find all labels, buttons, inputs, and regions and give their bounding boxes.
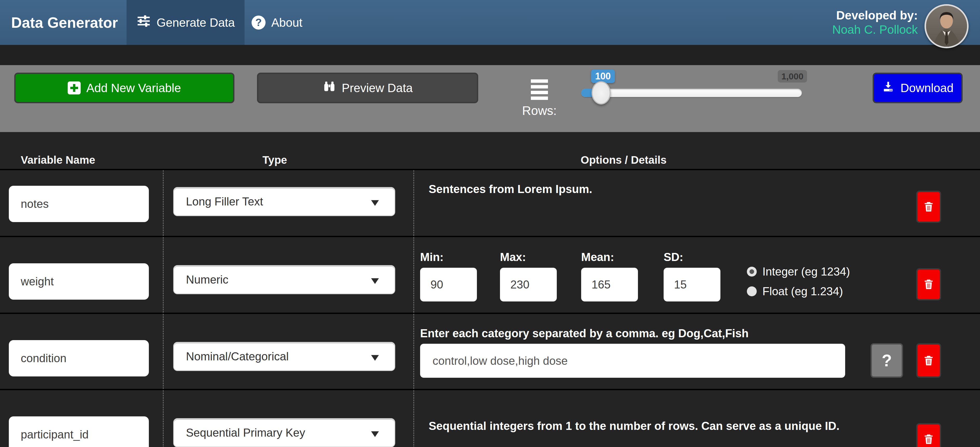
type-select[interactable]: Sequential Primary Key xyxy=(173,418,395,447)
slider-handle[interactable] xyxy=(592,81,611,105)
max-input[interactable]: 230 xyxy=(500,268,557,301)
type-select[interactable]: Numeric xyxy=(173,265,395,294)
radio-integer[interactable]: Integer (eg 1234) xyxy=(747,264,850,279)
variable-name-input[interactable]: notes xyxy=(9,186,149,222)
table-row-participant-id: participant_id Sequential Primary Key Se… xyxy=(0,389,980,447)
type-select-value: Nominal/Categorical xyxy=(186,350,289,363)
type-select[interactable]: Nominal/Categorical xyxy=(173,342,395,371)
slider-track[interactable] xyxy=(581,89,802,97)
add-new-variable-label: Add New Variable xyxy=(86,81,181,95)
rows-slider: 100 1,000 xyxy=(581,65,802,132)
radio-float-label: Float (eg 1.234) xyxy=(762,285,843,298)
mean-input[interactable]: 165 xyxy=(581,268,638,301)
developer-name-link[interactable]: Noah C. Pollock xyxy=(832,22,918,37)
type-select-value: Long Filler Text xyxy=(186,195,263,208)
table-header-row: Variable Name Type Options / Details xyxy=(0,132,980,170)
sliders-icon xyxy=(137,14,151,31)
binoculars-icon xyxy=(323,80,336,96)
delete-variable-button[interactable] xyxy=(916,343,941,378)
help-button[interactable]: ? xyxy=(870,343,903,378)
table-row-notes: notes Long Filler Text Sentences from Lo… xyxy=(0,170,980,236)
radio-selected-icon xyxy=(747,267,757,277)
developer-avatar[interactable] xyxy=(924,4,969,48)
slider-value-badge: 100 xyxy=(591,70,615,83)
variable-name-input[interactable]: condition xyxy=(9,340,149,377)
plus-square-icon xyxy=(68,81,81,94)
preview-data-button[interactable]: Preview Data xyxy=(257,73,478,103)
variable-name-input[interactable]: weight xyxy=(9,263,149,300)
chevron-down-icon xyxy=(371,355,379,361)
navbar: Data Generator Generate Data ? About Dev… xyxy=(0,0,980,45)
column-divider xyxy=(163,390,164,447)
question-circle-icon: ? xyxy=(251,16,266,30)
tab-about-label: About xyxy=(271,16,302,30)
slider-max-badge: 1,000 xyxy=(778,70,807,83)
categories-input[interactable]: control,low dose,high dose xyxy=(420,344,845,378)
sd-input[interactable]: 15 xyxy=(663,268,721,301)
variables-table: Variable Name Type Options / Details not… xyxy=(0,132,980,447)
tab-generate-data-label: Generate Data xyxy=(157,16,235,30)
tab-about[interactable]: ? About xyxy=(245,0,309,45)
type-select[interactable]: Long Filler Text xyxy=(173,187,395,216)
delete-variable-button[interactable] xyxy=(916,191,941,223)
radio-unselected-icon xyxy=(747,286,757,296)
chevron-down-icon xyxy=(371,278,379,284)
column-divider xyxy=(163,237,164,313)
list-rows-icon xyxy=(531,80,548,100)
option-description: Sequential integers from 1 to the number… xyxy=(429,420,840,433)
download-label: Download xyxy=(900,81,953,95)
column-divider xyxy=(414,237,414,313)
table-row-weight: weight Numeric Min: Max: Mean: SD: 90 23… xyxy=(0,236,980,313)
sd-label: SD: xyxy=(663,251,683,264)
min-label: Min: xyxy=(420,251,444,264)
download-icon xyxy=(882,80,895,96)
navbar-spacer xyxy=(309,0,832,45)
mean-label: Mean: xyxy=(581,251,614,264)
data-generator-app: Data Generator Generate Data ? About Dev… xyxy=(0,0,980,447)
radio-integer-label: Integer (eg 1234) xyxy=(762,265,850,278)
table-row-condition: condition Nominal/Categorical Enter each… xyxy=(0,313,980,389)
column-divider xyxy=(414,170,414,236)
type-select-value: Sequential Primary Key xyxy=(186,426,305,439)
column-divider xyxy=(163,170,164,236)
chevron-down-icon xyxy=(371,431,379,437)
top-divider-strip xyxy=(0,45,980,65)
header-options-details: Options / Details xyxy=(581,154,667,166)
download-button[interactable]: Download xyxy=(873,73,963,103)
tab-generate-data[interactable]: Generate Data xyxy=(127,0,245,45)
developed-by-label: Developed by: xyxy=(836,8,918,22)
radio-float[interactable]: Float (eg 1.234) xyxy=(747,284,843,299)
min-input[interactable]: 90 xyxy=(420,268,477,301)
option-description: Sentences from Lorem Ipsum. xyxy=(429,183,592,196)
column-divider xyxy=(414,390,414,447)
type-select-value: Numeric xyxy=(186,273,229,286)
delete-variable-button[interactable] xyxy=(916,423,941,447)
app-brand: Data Generator xyxy=(0,0,127,45)
rows-control-group: Rows: xyxy=(515,80,564,118)
add-new-variable-button[interactable]: Add New Variable xyxy=(14,73,234,103)
column-divider xyxy=(163,314,164,389)
variable-name-input[interactable]: participant_id xyxy=(9,417,149,447)
chevron-down-icon xyxy=(371,200,379,206)
rows-label: Rows: xyxy=(522,103,557,118)
header-variable-name: Variable Name xyxy=(21,154,95,166)
max-label: Max: xyxy=(500,251,526,264)
header-type: Type xyxy=(262,154,287,166)
developed-by-block: Developed by: Noah C. Pollock xyxy=(832,0,918,45)
categories-instruction: Enter each category separated by a comma… xyxy=(420,327,749,340)
preview-data-label: Preview Data xyxy=(342,81,413,95)
column-divider xyxy=(414,314,414,389)
toolbar: Add New Variable Preview Data Rows: 100 … xyxy=(0,65,980,132)
delete-variable-button[interactable] xyxy=(916,268,941,301)
